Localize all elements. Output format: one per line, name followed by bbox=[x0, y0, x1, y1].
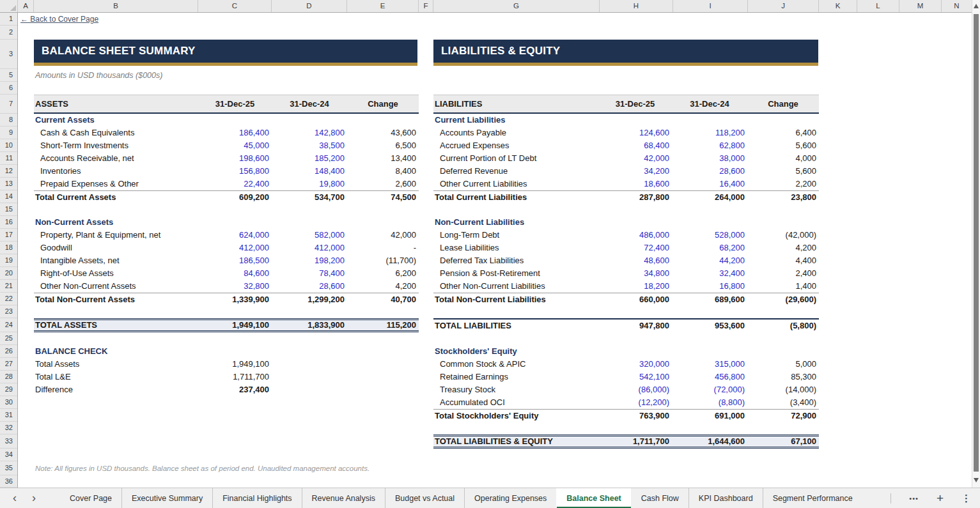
row-header[interactable]: 14 bbox=[0, 190, 17, 203]
row-label-cell[interactable]: Accounts Payable bbox=[433, 127, 598, 139]
value-dec25-cell[interactable]: 660,000 bbox=[598, 293, 672, 305]
value-dec24-cell[interactable]: 148,400 bbox=[272, 165, 347, 178]
value-change-cell[interactable] bbox=[347, 114, 419, 127]
sheet-tab[interactable]: Cash Flow bbox=[631, 488, 688, 508]
row-label-cell[interactable]: Accrued Expenses bbox=[433, 139, 598, 152]
value-dec25-cell[interactable]: 42,000 bbox=[598, 152, 672, 165]
value-change-cell[interactable]: 6,400 bbox=[747, 127, 819, 139]
value-change-cell[interactable] bbox=[747, 216, 819, 229]
value-dec25-cell[interactable]: 18,600 bbox=[598, 178, 672, 190]
table-row[interactable]: Accrued Expenses 68,400 62,800 5,600 bbox=[433, 139, 819, 152]
table-row[interactable] bbox=[433, 203, 819, 216]
value-dec25-cell[interactable]: 34,800 bbox=[598, 267, 672, 280]
value-dec25-cell[interactable]: 1,711,700 bbox=[198, 371, 272, 383]
value-change-cell[interactable] bbox=[347, 203, 419, 216]
column-header-n[interactable]: N bbox=[942, 0, 972, 12]
row-label-cell[interactable] bbox=[34, 332, 198, 345]
value-dec24-cell[interactable]: 38,500 bbox=[272, 139, 347, 152]
sheet-menu-icon[interactable]: ⋮ bbox=[961, 493, 971, 504]
value-change-cell[interactable]: 2,200 bbox=[747, 178, 819, 190]
sheet-tab[interactable]: Operating Expenses bbox=[464, 488, 556, 508]
row-label-cell[interactable]: Short-Term Investments bbox=[34, 139, 198, 152]
table-row[interactable]: Right-of-Use Assets 84,600 78,400 6,200 bbox=[34, 267, 419, 280]
table-row[interactable]: Inventories 156,800 148,400 8,400 bbox=[34, 165, 419, 178]
value-dec25-cell[interactable]: 124,600 bbox=[598, 127, 672, 139]
row-label-cell[interactable]: Other Non-Current Liabilities bbox=[433, 280, 598, 293]
more-sheets-icon[interactable]: ••• bbox=[909, 495, 919, 502]
value-dec24-cell[interactable]: (72,000) bbox=[672, 383, 747, 396]
value-change-cell[interactable]: 4,200 bbox=[747, 242, 819, 254]
row-header[interactable]: 30 bbox=[0, 396, 17, 409]
value-change-cell[interactable]: (11,700) bbox=[347, 254, 419, 267]
table-row[interactable]: Total Current Liabilities 287,800 264,00… bbox=[433, 190, 819, 203]
table-row[interactable]: Accounts Receivable, net 198,600 185,200… bbox=[34, 152, 419, 165]
table-row[interactable]: Cash & Cash Equivalents 186,400 142,800 … bbox=[34, 127, 419, 139]
value-dec25-cell[interactable] bbox=[198, 203, 272, 216]
vertical-scrollbar[interactable] bbox=[972, 0, 980, 488]
value-dec24-cell[interactable]: (8,800) bbox=[672, 396, 747, 409]
scroll-up-icon[interactable] bbox=[974, 4, 979, 8]
row-header[interactable]: 29 bbox=[0, 383, 17, 396]
value-change-cell[interactable]: (3,400) bbox=[747, 396, 819, 409]
value-dec25-cell[interactable]: 18,200 bbox=[598, 280, 672, 293]
value-dec25-cell[interactable]: 22,400 bbox=[198, 178, 272, 190]
value-dec24-cell[interactable]: 44,200 bbox=[672, 254, 747, 267]
row-label-cell[interactable]: Current Portion of LT Debt bbox=[433, 152, 598, 165]
value-dec25-cell[interactable]: 34,200 bbox=[598, 165, 672, 178]
value-dec24-cell[interactable]: 118,200 bbox=[672, 127, 747, 139]
value-dec24-cell[interactable]: 412,000 bbox=[272, 242, 347, 254]
value-dec25-cell[interactable]: 32,800 bbox=[198, 280, 272, 293]
value-dec24-cell[interactable]: 1,644,600 bbox=[672, 436, 747, 447]
table-row[interactable]: Prepaid Expenses & Other 22,400 19,800 2… bbox=[34, 178, 419, 190]
table-row[interactable]: Pension & Post-Retirement 34,800 32,400 … bbox=[433, 267, 819, 280]
row-label-cell[interactable]: Accumulated OCI bbox=[433, 396, 598, 409]
table-row[interactable]: Other Non-Current Liabilities 18,200 16,… bbox=[433, 280, 819, 293]
value-change-cell[interactable]: 6,200 bbox=[347, 267, 419, 280]
row-header[interactable]: 2 bbox=[0, 26, 17, 40]
column-header-j[interactable]: J bbox=[748, 0, 819, 12]
value-dec25-cell[interactable]: 486,000 bbox=[598, 229, 672, 242]
table-row[interactable]: Intangible Assets, net 186,500 198,200 (… bbox=[34, 254, 419, 267]
table-row[interactable]: TOTAL LIABILITIES & EQUITY 1,711,700 1,6… bbox=[433, 435, 819, 449]
select-all-corner[interactable] bbox=[0, 0, 18, 12]
value-dec24-cell[interactable]: 1,299,200 bbox=[272, 293, 347, 305]
value-dec24-cell[interactable]: 689,600 bbox=[672, 293, 747, 305]
table-row[interactable]: TOTAL LIABILITIES 947,800 953,600 (5,800… bbox=[433, 318, 819, 332]
value-dec24-cell[interactable]: 28,600 bbox=[672, 165, 747, 178]
value-dec24-cell[interactable] bbox=[672, 305, 747, 318]
value-change-cell[interactable] bbox=[347, 332, 419, 345]
row-label-cell[interactable]: Deferred Tax Liabilities bbox=[433, 254, 598, 267]
value-dec25-cell[interactable]: 412,000 bbox=[198, 242, 272, 254]
row-label-cell[interactable]: TOTAL ASSETS bbox=[34, 320, 198, 330]
value-dec24-cell[interactable] bbox=[672, 332, 747, 345]
value-dec24-cell[interactable]: 68,200 bbox=[672, 242, 747, 254]
row-header[interactable]: 24 bbox=[0, 318, 17, 332]
value-change-cell[interactable]: 72,900 bbox=[747, 410, 819, 422]
table-row[interactable]: TOTAL ASSETS 1,949,100 1,833,900 115,200 bbox=[34, 318, 419, 332]
value-change-cell[interactable]: 23,800 bbox=[747, 191, 819, 203]
row-header[interactable]: 16 bbox=[0, 216, 17, 229]
value-dec24-cell[interactable]: 528,000 bbox=[672, 229, 747, 242]
table-row[interactable]: Short-Term Investments 45,000 38,500 6,5… bbox=[34, 139, 419, 152]
column-header-h[interactable]: H bbox=[600, 0, 673, 12]
row-label-cell[interactable] bbox=[433, 422, 598, 435]
value-dec25-cell[interactable] bbox=[598, 114, 672, 127]
value-change-cell[interactable] bbox=[747, 332, 819, 345]
table-row[interactable] bbox=[34, 305, 419, 318]
row-header[interactable]: 27 bbox=[0, 358, 17, 371]
value-change-cell[interactable] bbox=[747, 345, 819, 358]
value-dec25-cell[interactable]: 198,600 bbox=[198, 152, 272, 165]
value-dec24-cell[interactable]: 953,600 bbox=[672, 319, 747, 332]
column-header-l[interactable]: L bbox=[857, 0, 899, 12]
row-label-cell[interactable]: Stockholders' Equity bbox=[433, 345, 598, 358]
value-dec25-cell[interactable] bbox=[198, 114, 272, 127]
value-change-cell[interactable]: 42,000 bbox=[347, 229, 419, 242]
value-dec25-cell[interactable] bbox=[598, 203, 672, 216]
row-label-cell[interactable]: Total Non-Current Liabilities bbox=[433, 293, 598, 305]
table-row[interactable]: Difference 237,400 bbox=[34, 383, 419, 396]
value-dec24-cell[interactable] bbox=[272, 216, 347, 229]
value-dec24-cell[interactable]: 198,200 bbox=[272, 254, 347, 267]
row-header[interactable]: 23 bbox=[0, 305, 17, 318]
table-row[interactable]: BALANCE CHECK bbox=[34, 345, 419, 358]
table-row[interactable]: Current Portion of LT Debt 42,000 38,000… bbox=[433, 152, 819, 165]
